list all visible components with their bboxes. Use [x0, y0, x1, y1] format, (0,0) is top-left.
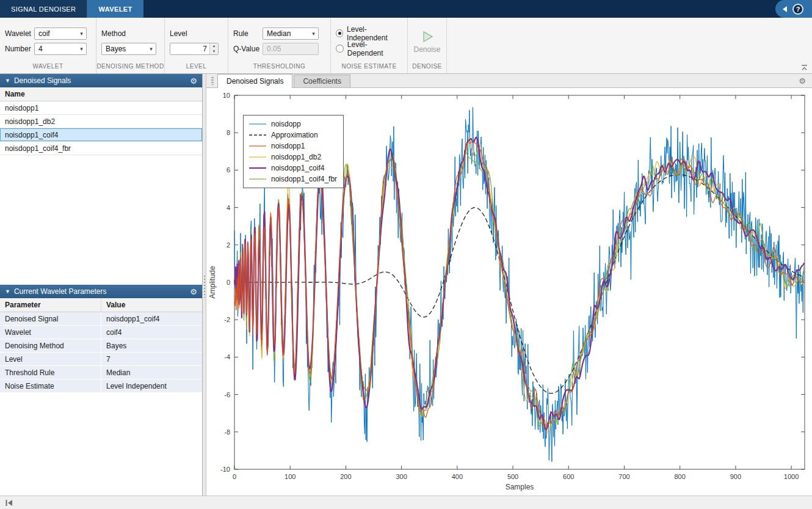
spin-down-icon[interactable]: ▼: [210, 49, 218, 54]
collapse-left-icon[interactable]: [783, 6, 787, 12]
param-value: noisdopp1_coif4: [101, 312, 202, 325]
rule-dropdown-value: Median: [267, 29, 309, 38]
spin-up-icon[interactable]: ▲: [210, 43, 218, 49]
tab-signal-denoiser[interactable]: SIGNAL DENOISER: [0, 0, 87, 18]
wavelet-dropdown-value: coif: [38, 29, 77, 38]
legend-label: Approximation: [271, 131, 318, 139]
wavelet-parameters-panel-header[interactable]: ▼ Current Wavelet Parameters ⚙: [0, 285, 202, 298]
param-value: Median: [101, 366, 202, 379]
toolbar-section-wavelet: Wavelet coif ▾ Number 4 ▾ WAVELET: [0, 18, 96, 73]
param-value: 7: [101, 353, 202, 365]
parameters-empty-area: [0, 393, 202, 496]
collapse-caret-icon: ▼: [5, 288, 10, 295]
qvalue-label: Q-Value: [233, 45, 263, 53]
qvalue-input[interactable]: 0.05: [263, 43, 319, 55]
y-tick-label: 2: [227, 241, 230, 249]
y-tick-label: -8: [224, 428, 230, 436]
titlebar-right: ?: [775, 0, 812, 18]
section-label-noise-estimate: NOISE ESTIMATE: [331, 63, 407, 73]
legend-label: noisdopp1_coif4_fbr: [271, 175, 337, 183]
radio-selected-icon: [336, 29, 343, 37]
radio-level-independent[interactable]: Level-Independent: [336, 26, 402, 41]
x-tick-label: 0: [233, 473, 236, 480]
titlebar: SIGNAL DENOISER WAVELET ?: [0, 0, 812, 18]
column-parameter: Parameter: [0, 298, 101, 312]
collapse-ribbon-icon[interactable]: [800, 64, 808, 71]
statusbar: [0, 496, 812, 509]
gear-icon[interactable]: ⚙: [190, 287, 197, 296]
y-tick-label: 10: [223, 92, 230, 99]
panel-title: Current Wavelet Parameters: [14, 287, 186, 296]
level-label: Level: [170, 29, 187, 38]
x-tick-label: 600: [563, 473, 574, 480]
denoise-button[interactable]: Denoise: [413, 30, 440, 54]
y-tick-label: 8: [227, 129, 230, 136]
signal-list-item[interactable]: noisdopp1_db2: [0, 115, 202, 128]
help-icon[interactable]: ?: [792, 4, 803, 15]
signal-list-item-selected[interactable]: noisdopp1_coif4: [0, 128, 202, 142]
signal-list-item[interactable]: noisdopp1: [0, 101, 202, 115]
denoised-signals-panel-header[interactable]: ▼ Denoised Signals ⚙: [0, 74, 202, 87]
document-area: Denoised Signals Coefficients ⚙ -10-8-6-…: [206, 74, 812, 496]
toolbar-section-denoising-method: Method Bayes ▾ DENOISING METHOD: [96, 18, 165, 73]
left-panel: ▼ Denoised Signals ⚙ Name noisdopp1 nois…: [0, 74, 203, 496]
wavelet-dropdown[interactable]: coif ▾: [34, 27, 87, 40]
param-value: coif4: [101, 326, 202, 339]
section-label-level: LEVEL: [165, 63, 228, 73]
legend-line-sample: [248, 121, 267, 127]
denoised-signals-panel: ▼ Denoised Signals ⚙ Name noisdopp1 nois…: [0, 74, 202, 285]
legend-line-sample: [248, 143, 267, 149]
legend-entry: noisdopp: [248, 119, 337, 130]
method-label: Method: [101, 29, 126, 38]
rule-label: Rule: [233, 29, 263, 38]
toolbar-section-noise-estimate: Level-Independent Level-Dependent NOISE …: [331, 18, 408, 73]
table-row: Denoising Method Bayes: [0, 339, 202, 353]
legend-line-sample: [248, 176, 267, 182]
legend-line-sample: [248, 154, 267, 160]
table-row: Threshold Rule Median: [0, 366, 202, 379]
tab-coefficients[interactable]: Coefficients: [294, 75, 350, 87]
param-name: Noise Estimate: [0, 379, 101, 392]
radio-level-independent-label: Level-Independent: [347, 25, 402, 42]
method-dropdown[interactable]: Bayes ▾: [101, 43, 156, 55]
collapse-panel-icon[interactable]: [5, 499, 13, 507]
number-dropdown[interactable]: 4 ▾: [34, 43, 87, 55]
legend-entry: Approximation: [248, 130, 337, 141]
x-tick-label: 300: [396, 473, 407, 480]
tab-denoised-signals[interactable]: Denoised Signals: [217, 74, 292, 88]
param-name: Level: [0, 353, 101, 365]
signal-list-column-header: Name: [0, 87, 202, 101]
toolbar-section-thresholding: Rule Median ▾ Q-Value 0.05 THRESHOLDING: [228, 18, 331, 73]
section-label-denoising-method: DENOISING METHOD: [96, 63, 164, 73]
wavelet-parameters-panel: ▼ Current Wavelet Parameters ⚙ Parameter…: [0, 285, 202, 496]
legend-label: noisdopp1: [271, 142, 305, 150]
level-spinner[interactable]: 7 ▲ ▼: [170, 43, 219, 55]
rule-dropdown[interactable]: Median ▾: [263, 27, 319, 40]
tab-wavelet[interactable]: WAVELET: [87, 0, 143, 18]
y-tick-label: -6: [224, 391, 230, 398]
denoise-button-label: Denoise: [413, 45, 440, 54]
chevron-down-icon: ▾: [309, 28, 318, 39]
plot-panel: -10-8-6-4-202468100100200300400500600700…: [206, 88, 812, 496]
gear-icon[interactable]: ⚙: [799, 76, 806, 86]
chevron-down-icon: ▾: [77, 43, 86, 54]
x-tick-label: 500: [507, 473, 518, 480]
column-value: Value: [101, 298, 202, 312]
legend-line-sample: [248, 132, 267, 138]
gear-icon[interactable]: ⚙: [190, 76, 197, 86]
play-icon: [421, 30, 434, 43]
toolstrip: Wavelet coif ▾ Number 4 ▾ WAVELET: [0, 18, 812, 74]
signal-list-item[interactable]: noisdopp1_coif4_fbr: [0, 142, 202, 155]
drag-grip-icon: [211, 77, 214, 85]
legend-line-sample: [248, 165, 267, 171]
x-tick-label: 800: [675, 473, 686, 480]
x-axis-label: Samples: [506, 483, 534, 491]
radio-level-dependent[interactable]: Level-Dependent: [336, 41, 402, 56]
legend-entry: noisdopp1_db2: [248, 152, 337, 163]
x-tick-label: 900: [730, 473, 741, 480]
radio-unselected-icon: [336, 45, 344, 53]
section-label-thresholding: THRESHOLDING: [228, 63, 330, 73]
parameters-table-header: Parameter Value: [0, 298, 202, 312]
method-dropdown-value: Bayes: [106, 45, 147, 53]
plot-legend: noisdoppApproximationnoisdopp1noisdopp1_…: [243, 115, 344, 188]
